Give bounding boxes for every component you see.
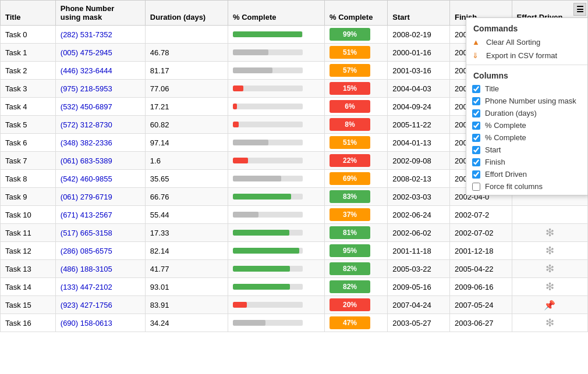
column-checkboxes-list: TitlePhone Number using maskDuration (da… bbox=[466, 83, 587, 193]
cell-duration: 77.06 bbox=[145, 80, 228, 98]
cell-title: Task 7 bbox=[1, 152, 56, 170]
export-csv-item[interactable]: ⇓ Export in CSV format bbox=[466, 49, 587, 62]
cell-duration: 1.6 bbox=[145, 152, 228, 170]
cell-effort: ❇ bbox=[512, 314, 587, 332]
cell-bar bbox=[228, 188, 325, 206]
cell-start: 2004-09-24 bbox=[388, 98, 450, 116]
cell-pct: 15% bbox=[324, 80, 387, 98]
cell-effort: ❇ bbox=[512, 278, 587, 296]
column-checkbox[interactable] bbox=[472, 158, 480, 166]
column-checkbox[interactable] bbox=[472, 170, 480, 179]
cell-duration: 35.65 bbox=[145, 170, 228, 188]
cell-pct: 82% bbox=[324, 278, 387, 296]
column-checkbox-item[interactable]: Duration (days) bbox=[466, 107, 587, 119]
cell-pct: 22% bbox=[324, 152, 387, 170]
commands-section-title: Commands bbox=[466, 20, 587, 35]
column-checkbox-label: Start bbox=[485, 145, 501, 154]
column-checkbox-item[interactable]: % Complete bbox=[466, 119, 587, 131]
cell-duration: 17.21 bbox=[145, 98, 228, 116]
column-checkbox[interactable] bbox=[472, 109, 480, 117]
cell-start: 2002-06-02 bbox=[388, 224, 450, 242]
snowflake-icon: ❇ bbox=[546, 227, 554, 238]
cell-title: Task 12 bbox=[1, 242, 56, 260]
cell-title: Task 14 bbox=[1, 278, 56, 296]
column-checkbox-label: Title bbox=[485, 84, 499, 93]
column-checkbox-label: % Complete bbox=[485, 121, 526, 130]
cell-finish: 2009-06-16 bbox=[449, 278, 512, 296]
arrow-icon: ▲ bbox=[472, 38, 483, 47]
cell-pct: 81% bbox=[324, 224, 387, 242]
cell-effort: ❇ bbox=[512, 242, 587, 260]
cell-bar bbox=[228, 62, 325, 80]
table-row: Task 13(486) 188-310541.7782%2005-03-222… bbox=[1, 260, 588, 278]
column-checkbox-item[interactable]: Phone Number using mask bbox=[466, 95, 587, 107]
cell-title: Task 5 bbox=[1, 116, 56, 134]
column-checkbox[interactable] bbox=[472, 146, 480, 154]
cell-title: Task 2 bbox=[1, 62, 56, 80]
cell-start: 2000-01-16 bbox=[388, 44, 450, 62]
main-table-container: Title Phone Numberusing mask Duration (d… bbox=[0, 0, 588, 332]
cell-title: Task 1 bbox=[1, 44, 56, 62]
pin-icon: 📌 bbox=[544, 300, 555, 310]
snowflake-icon: ❇ bbox=[546, 263, 554, 275]
cell-finish: 2002-07-2 bbox=[449, 206, 512, 224]
cell-pct: 47% bbox=[324, 314, 387, 332]
cell-pct: 20% bbox=[324, 296, 387, 314]
cell-bar bbox=[228, 98, 325, 116]
cell-title: Task 8 bbox=[1, 170, 56, 188]
cell-bar bbox=[228, 134, 325, 152]
cell-duration: 93.01 bbox=[145, 278, 228, 296]
cell-duration bbox=[145, 26, 228, 44]
cell-bar bbox=[228, 296, 325, 314]
snowflake-icon: ❇ bbox=[546, 281, 554, 293]
column-menu-button[interactable]: ☰ bbox=[573, 3, 586, 16]
column-checkbox[interactable] bbox=[472, 122, 480, 130]
cell-start: 2005-11-22 bbox=[388, 116, 450, 134]
column-checkbox-item[interactable]: Effort Driven bbox=[466, 168, 587, 180]
col-header-start: Start bbox=[388, 1, 450, 26]
cell-pct: 57% bbox=[324, 62, 387, 80]
column-checkbox[interactable] bbox=[472, 134, 480, 142]
table-row: Task 14(133) 447-210293.0182%2009-05-162… bbox=[1, 278, 588, 296]
cell-bar bbox=[228, 242, 325, 260]
cell-pct: 95% bbox=[324, 242, 387, 260]
cell-pct: 37% bbox=[324, 206, 387, 224]
cell-pct: 8% bbox=[324, 116, 387, 134]
column-checkbox-item[interactable]: Start bbox=[466, 144, 587, 156]
cell-start: 2009-05-16 bbox=[388, 278, 450, 296]
cell-start: 2004-04-03 bbox=[388, 80, 450, 98]
cell-effort bbox=[512, 206, 587, 224]
cell-bar bbox=[228, 152, 325, 170]
cell-phone: (532) 450-6897 bbox=[55, 98, 145, 116]
cell-phone: (005) 475-2945 bbox=[55, 44, 145, 62]
cell-start: 2001-11-18 bbox=[388, 242, 450, 260]
cell-title: Task 4 bbox=[1, 98, 56, 116]
col-header-phone: Phone Numberusing mask bbox=[55, 1, 145, 26]
column-checkbox-item[interactable]: Title bbox=[466, 83, 587, 95]
clear-sorting-item[interactable]: ▲ Clear All Sorting bbox=[466, 35, 587, 49]
cell-start: 2003-05-27 bbox=[388, 314, 450, 332]
column-checkbox-item[interactable]: % Complete bbox=[466, 131, 587, 144]
column-checkbox-item[interactable]: Force fit columns bbox=[466, 180, 587, 193]
cell-finish: 2005-04-22 bbox=[449, 260, 512, 278]
cell-duration: 41.77 bbox=[145, 260, 228, 278]
cell-bar bbox=[228, 44, 325, 62]
column-checkbox-item[interactable]: Finish bbox=[466, 156, 587, 168]
column-checkbox[interactable] bbox=[472, 97, 480, 105]
cell-finish: 2002-07-02 bbox=[449, 224, 512, 242]
column-checkbox[interactable] bbox=[472, 183, 480, 191]
cell-phone: (061) 279-6719 bbox=[55, 188, 145, 206]
cell-bar bbox=[228, 80, 325, 98]
cell-phone: (517) 665-3158 bbox=[55, 224, 145, 242]
cell-duration: 55.44 bbox=[145, 206, 228, 224]
col-header-title: Title bbox=[1, 1, 56, 26]
cell-bar bbox=[228, 170, 325, 188]
cell-pct: 51% bbox=[324, 44, 387, 62]
column-checkbox[interactable] bbox=[472, 85, 480, 93]
cell-title: Task 16 bbox=[1, 314, 56, 332]
cell-phone: (542) 460-9855 bbox=[55, 170, 145, 188]
snowflake-icon: ❇ bbox=[546, 317, 554, 329]
cell-phone: (690) 158-0613 bbox=[55, 314, 145, 332]
cell-phone: (282) 531-7352 bbox=[55, 26, 145, 44]
col-header-pct: % Complete bbox=[324, 1, 387, 26]
